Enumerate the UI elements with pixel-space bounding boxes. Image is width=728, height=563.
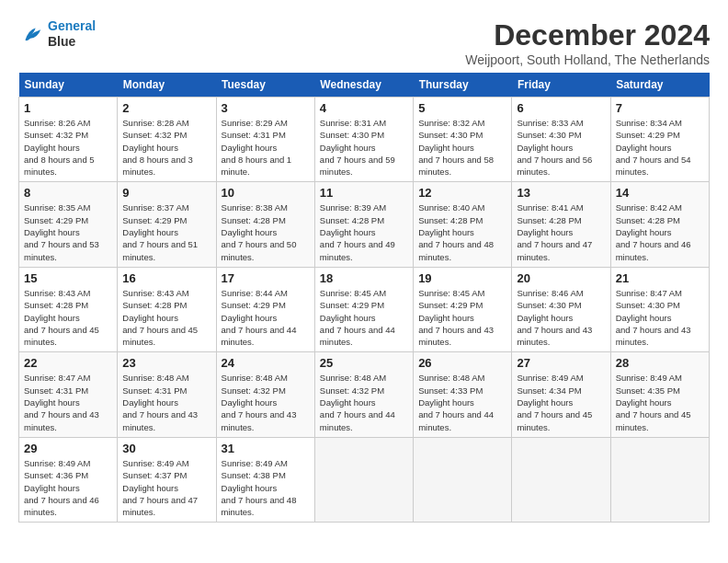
calendar-cell: 22 Sunrise: 8:47 AM Sunset: 4:31 PM Dayl…	[19, 352, 118, 437]
calendar-cell: 16 Sunrise: 8:43 AM Sunset: 4:28 PM Dayl…	[118, 267, 216, 351]
day-detail: Sunrise: 8:40 AM Sunset: 4:28 PM Dayligh…	[418, 201, 506, 262]
calendar-cell	[314, 437, 413, 522]
calendar-cell: 30 Sunrise: 8:49 AM Sunset: 4:37 PM Dayl…	[118, 437, 216, 522]
calendar-cell: 29 Sunrise: 8:49 AM Sunset: 4:36 PM Dayl…	[19, 437, 118, 522]
day-number: 16	[122, 271, 210, 285]
day-number: 3	[222, 101, 310, 115]
calendar-cell: 25 Sunrise: 8:48 AM Sunset: 4:32 PM Dayl…	[314, 352, 413, 437]
calendar-cell	[512, 437, 610, 522]
day-number: 25	[320, 356, 408, 370]
day-number: 5	[418, 101, 506, 115]
weekday-header: Friday	[512, 73, 610, 98]
day-number: 21	[616, 271, 704, 285]
day-detail: Sunrise: 8:47 AM Sunset: 4:30 PM Dayligh…	[616, 287, 704, 348]
day-detail: Sunrise: 8:48 AM Sunset: 4:32 PM Dayligh…	[222, 372, 310, 432]
day-detail: Sunrise: 8:34 AM Sunset: 4:29 PM Dayligh…	[616, 117, 704, 178]
day-number: 22	[24, 356, 112, 370]
logo-icon	[18, 21, 44, 47]
day-detail: Sunrise: 8:26 AM Sunset: 4:32 PM Dayligh…	[24, 117, 112, 178]
day-detail: Sunrise: 8:46 AM Sunset: 4:30 PM Dayligh…	[517, 287, 605, 348]
day-detail: Sunrise: 8:42 AM Sunset: 4:28 PM Dayligh…	[616, 201, 704, 262]
calendar-cell: 14 Sunrise: 8:42 AM Sunset: 4:28 PM Dayl…	[610, 182, 709, 267]
weekday-header: Saturday	[610, 73, 709, 98]
day-detail: Sunrise: 8:29 AM Sunset: 4:31 PM Dayligh…	[222, 117, 310, 178]
day-number: 18	[320, 271, 408, 285]
calendar-cell: 1 Sunrise: 8:26 AM Sunset: 4:32 PM Dayli…	[19, 98, 118, 182]
day-detail: Sunrise: 8:49 AM Sunset: 4:35 PM Dayligh…	[616, 372, 704, 432]
day-number: 1	[24, 101, 112, 115]
calendar-week-row: 29 Sunrise: 8:49 AM Sunset: 4:36 PM Dayl…	[19, 437, 710, 522]
day-number: 29	[24, 442, 112, 455]
day-detail: Sunrise: 8:48 AM Sunset: 4:32 PM Dayligh…	[320, 372, 408, 432]
day-number: 26	[418, 356, 506, 370]
calendar-cell: 23 Sunrise: 8:48 AM Sunset: 4:31 PM Dayl…	[118, 352, 216, 437]
calendar-cell: 19 Sunrise: 8:45 AM Sunset: 4:29 PM Dayl…	[414, 267, 512, 351]
day-detail: Sunrise: 8:49 AM Sunset: 4:37 PM Dayligh…	[122, 457, 210, 518]
day-detail: Sunrise: 8:45 AM Sunset: 4:29 PM Dayligh…	[320, 287, 408, 348]
day-detail: Sunrise: 8:39 AM Sunset: 4:28 PM Dayligh…	[320, 201, 408, 262]
day-detail: Sunrise: 8:47 AM Sunset: 4:31 PM Dayligh…	[24, 372, 112, 432]
calendar-cell: 11 Sunrise: 8:39 AM Sunset: 4:28 PM Dayl…	[314, 182, 413, 267]
calendar-cell: 31 Sunrise: 8:49 AM Sunset: 4:38 PM Dayl…	[216, 437, 314, 522]
calendar-cell: 3 Sunrise: 8:29 AM Sunset: 4:31 PM Dayli…	[216, 98, 314, 182]
day-number: 20	[517, 271, 605, 285]
weekday-header: Thursday	[414, 73, 512, 98]
day-detail: Sunrise: 8:48 AM Sunset: 4:31 PM Dayligh…	[122, 372, 210, 432]
day-number: 12	[418, 186, 506, 200]
day-detail: Sunrise: 8:49 AM Sunset: 4:38 PM Dayligh…	[222, 457, 310, 518]
day-detail: Sunrise: 8:41 AM Sunset: 4:28 PM Dayligh…	[517, 201, 605, 262]
calendar-cell: 17 Sunrise: 8:44 AM Sunset: 4:29 PM Dayl…	[216, 267, 314, 351]
weekday-header: Tuesday	[216, 73, 314, 98]
day-number: 27	[517, 356, 605, 370]
calendar-week-row: 8 Sunrise: 8:35 AM Sunset: 4:29 PM Dayli…	[19, 182, 710, 267]
calendar-week-row: 22 Sunrise: 8:47 AM Sunset: 4:31 PM Dayl…	[19, 352, 710, 437]
calendar-cell: 6 Sunrise: 8:33 AM Sunset: 4:30 PM Dayli…	[512, 98, 610, 182]
calendar-cell: 21 Sunrise: 8:47 AM Sunset: 4:30 PM Dayl…	[610, 267, 709, 351]
day-detail: Sunrise: 8:49 AM Sunset: 4:34 PM Dayligh…	[517, 372, 605, 432]
calendar-cell: 9 Sunrise: 8:37 AM Sunset: 4:29 PM Dayli…	[118, 182, 216, 267]
day-number: 14	[616, 186, 704, 200]
day-detail: Sunrise: 8:44 AM Sunset: 4:29 PM Dayligh…	[222, 287, 310, 348]
day-number: 28	[616, 356, 704, 370]
calendar-cell: 15 Sunrise: 8:43 AM Sunset: 4:28 PM Dayl…	[19, 267, 118, 351]
calendar-cell: 4 Sunrise: 8:31 AM Sunset: 4:30 PM Dayli…	[314, 98, 413, 182]
calendar-cell: 12 Sunrise: 8:40 AM Sunset: 4:28 PM Dayl…	[414, 182, 512, 267]
day-number: 19	[418, 271, 506, 285]
calendar-cell: 8 Sunrise: 8:35 AM Sunset: 4:29 PM Dayli…	[19, 182, 118, 267]
calendar-table: SundayMondayTuesdayWednesdayThursdayFrid…	[18, 73, 710, 523]
day-number: 7	[616, 101, 704, 115]
header: General Blue December 2024 Weijpoort, So…	[18, 18, 710, 67]
calendar-title: December 2024	[465, 18, 710, 52]
day-detail: Sunrise: 8:33 AM Sunset: 4:30 PM Dayligh…	[517, 117, 605, 178]
weekday-header: Sunday	[19, 73, 118, 98]
calendar-cell: 5 Sunrise: 8:32 AM Sunset: 4:30 PM Dayli…	[414, 98, 512, 182]
day-detail: Sunrise: 8:32 AM Sunset: 4:30 PM Dayligh…	[418, 117, 506, 178]
day-number: 15	[24, 271, 112, 285]
day-number: 9	[122, 186, 210, 200]
calendar-cell: 13 Sunrise: 8:41 AM Sunset: 4:28 PM Dayl…	[512, 182, 610, 267]
weekday-header: Wednesday	[314, 73, 413, 98]
calendar-cell: 10 Sunrise: 8:38 AM Sunset: 4:28 PM Dayl…	[216, 182, 314, 267]
day-number: 11	[320, 186, 408, 200]
calendar-cell: 26 Sunrise: 8:48 AM Sunset: 4:33 PM Dayl…	[414, 352, 512, 437]
calendar-cell: 28 Sunrise: 8:49 AM Sunset: 4:35 PM Dayl…	[610, 352, 709, 437]
calendar-cell: 2 Sunrise: 8:28 AM Sunset: 4:32 PM Dayli…	[118, 98, 216, 182]
day-detail: Sunrise: 8:45 AM Sunset: 4:29 PM Dayligh…	[418, 287, 506, 348]
day-number: 6	[517, 101, 605, 115]
day-detail: Sunrise: 8:28 AM Sunset: 4:32 PM Dayligh…	[122, 117, 210, 178]
calendar-week-row: 15 Sunrise: 8:43 AM Sunset: 4:28 PM Dayl…	[19, 267, 710, 351]
day-number: 23	[122, 356, 210, 370]
weekday-header: Monday	[118, 73, 216, 98]
calendar-cell: 24 Sunrise: 8:48 AM Sunset: 4:32 PM Dayl…	[216, 352, 314, 437]
day-detail: Sunrise: 8:43 AM Sunset: 4:28 PM Dayligh…	[122, 287, 210, 348]
calendar-cell	[414, 437, 512, 522]
calendar-week-row: 1 Sunrise: 8:26 AM Sunset: 4:32 PM Dayli…	[19, 98, 710, 182]
day-number: 30	[122, 442, 210, 455]
logo: General Blue	[18, 18, 96, 50]
calendar-subtitle: Weijpoort, South Holland, The Netherland…	[465, 52, 710, 67]
day-number: 24	[222, 356, 310, 370]
logo-text: General Blue	[48, 18, 96, 50]
day-detail: Sunrise: 8:38 AM Sunset: 4:28 PM Dayligh…	[222, 201, 310, 262]
day-detail: Sunrise: 8:48 AM Sunset: 4:33 PM Dayligh…	[418, 372, 506, 432]
day-number: 13	[517, 186, 605, 200]
